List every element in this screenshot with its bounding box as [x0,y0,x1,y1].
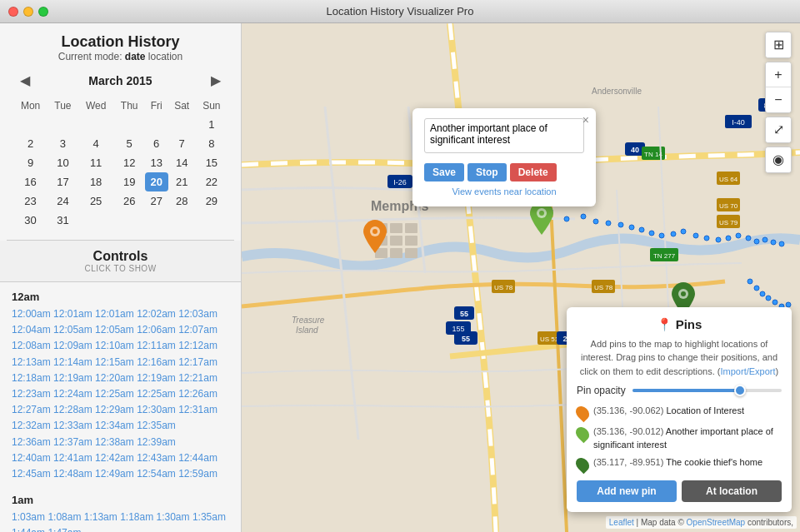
time-link[interactable]: 12:05am [53,324,92,336]
time-link[interactable]: 12:04am [12,324,51,336]
at-location-button[interactable]: At location [682,480,782,502]
calendar-day[interactable]: 14 [168,153,196,172]
time-link[interactable]: 12:24am [53,388,92,400]
window-controls[interactable] [8,7,48,17]
location-dot-11[interactable] [659,233,665,239]
popup-close-button[interactable]: × [582,113,589,127]
location-dot-28[interactable] [772,300,778,306]
time-link[interactable]: 12:38am [95,436,134,448]
calendar-day[interactable]: 26 [114,191,145,211]
time-link[interactable]: 12:26am [178,388,218,400]
time-link[interactable]: 12:11am [137,340,176,351]
location-dot-16[interactable] [716,237,722,243]
time-link[interactable]: 12:48am [53,468,92,480]
time-link[interactable]: 12:18am [12,372,51,384]
pin-item[interactable]: (35.117, -89.951) The cookie thief's hom… [577,456,782,472]
location-dot-13[interactable] [681,229,687,235]
time-link[interactable]: 12:06am [137,324,176,336]
map-area[interactable]: 40 40 55 US 78 US 78 TN 14 [242,23,800,532]
location-dot-12[interactable] [671,231,677,237]
calendar-day[interactable]: 6 [145,134,168,153]
time-link[interactable]: 12:43am [137,452,176,464]
calendar-day[interactable]: 9 [13,153,48,172]
time-link[interactable]: 12:05am [95,324,134,336]
time-link[interactable]: 12:36am [12,436,51,448]
calendar-day[interactable]: 12 [114,153,145,172]
leaflet-link[interactable]: Leaflet [609,518,634,527]
calendar-day[interactable]: 5 [114,134,145,153]
time-link[interactable]: 12:32am [12,420,51,431]
location-dot-26[interactable] [760,291,766,297]
rotate-button[interactable]: ⤢ [766,117,791,142]
location-dot-3[interactable] [564,216,570,222]
time-link[interactable]: 12:25am [95,388,134,400]
calendar-day[interactable]: 10 [48,153,78,172]
location-dot-21[interactable] [762,237,768,243]
calendar-day[interactable]: 27 [145,191,168,211]
calendar-day[interactable]: 30 [13,211,48,230]
time-link[interactable]: 1:08am [48,511,81,523]
minimize-button[interactable] [23,7,33,17]
time-link[interactable]: 12:20am [95,372,134,384]
time-link[interactable]: 12:02am [137,308,176,320]
time-link[interactable]: 12:16am [137,356,176,368]
time-link[interactable]: 1:03am [12,511,45,523]
time-link[interactable]: 12:35am [137,420,176,431]
time-link[interactable]: 12:21am [178,372,218,384]
time-link[interactable]: 12:31am [178,404,218,415]
location-dot-6[interactable] [606,221,612,226]
calendar-day[interactable]: 29 [196,191,228,211]
zoom-out-button[interactable]: − [766,87,791,112]
orange-map-marker[interactable] [363,220,387,256]
time-link[interactable]: 12:15am [95,356,134,368]
green-light-map-marker[interactable] [530,201,553,238]
location-dot-25[interactable] [754,286,760,291]
location-dot-9[interactable] [639,227,645,233]
calendar-day[interactable]: 16 [13,172,48,191]
location-dot-27[interactable] [766,296,772,301]
time-link[interactable]: 12:03am [178,308,218,320]
location-dot-8[interactable] [629,225,635,231]
calendar-day[interactable]: 18 [78,172,114,191]
pin-opacity-thumb[interactable] [734,385,746,396]
add-pin-button[interactable]: Add new pin [577,480,677,502]
zoom-in-button[interactable]: + [766,62,791,87]
calendar-day[interactable]: 15 [196,153,228,172]
time-link[interactable]: 12:28am [53,404,92,415]
time-link[interactable]: 12:25am [137,388,176,400]
time-link[interactable]: 12:00am [12,308,51,320]
calendar-day[interactable]: 24 [48,191,78,211]
time-link[interactable]: 12:19am [53,372,92,384]
calendar-day[interactable]: 7 [168,134,196,153]
calendar-day[interactable]: 2 [13,134,48,153]
time-link[interactable]: 12:37am [53,436,92,448]
calendar-day[interactable]: 22 [196,172,228,191]
time-link[interactable]: 12:08am [12,340,51,351]
time-link[interactable]: 12:17am [178,356,218,368]
time-link[interactable]: 1:13am [84,511,118,523]
time-link[interactable]: 12:01am [95,308,134,320]
time-link[interactable]: 12:27am [12,404,51,415]
time-link[interactable]: 12:44am [178,452,218,464]
pin-item[interactable]: (35.136, -90.012) Another important plac… [577,425,782,451]
location-dot-17[interactable] [726,236,732,241]
time-link[interactable]: 12:07am [178,324,218,336]
next-month-button[interactable]: ▶ [204,71,228,90]
location-dot-7[interactable] [618,222,624,228]
prev-month-button[interactable]: ◀ [13,71,37,90]
layers-button[interactable]: ⊞ [766,32,791,57]
calendar-day[interactable]: 17 [48,172,78,191]
location-dot-18[interactable] [736,233,742,239]
time-link[interactable]: 1:18am [120,511,153,523]
time-link[interactable]: 12:34am [95,420,134,431]
calendar-day[interactable]: 25 [78,191,114,211]
time-list[interactable]: 12am12:00am 12:01am 12:01am 12:02am 12:0… [0,282,241,532]
time-link[interactable]: 12:23am [12,388,51,400]
location-dot-20[interactable] [754,239,760,245]
time-link[interactable]: 1:44am [12,527,45,532]
popup-save-button[interactable]: Save [424,163,464,181]
time-link[interactable]: 1:35am [192,511,226,523]
time-link[interactable]: 12:14am [53,356,92,368]
marker-button[interactable]: ◉ [766,147,791,172]
calendar-day[interactable]: 3 [48,134,78,153]
